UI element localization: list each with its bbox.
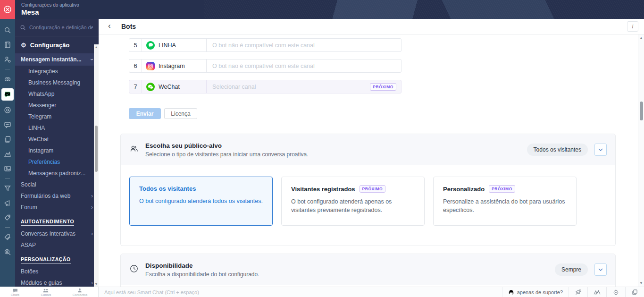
filter-icon[interactable] (0, 181, 15, 195)
clock-icon (129, 264, 140, 275)
licenca-button[interactable]: Licença (164, 108, 197, 119)
audience-title: Escolha seu público-alvo (145, 142, 309, 149)
channel-name: LINHA (159, 42, 176, 49)
audience-dropdown-button[interactable] (594, 144, 607, 156)
audience-section: Escolha seu público-alvo Selecione o tip… (120, 134, 616, 246)
sidebar-item-telegram[interactable]: Telegram (15, 111, 99, 122)
copy-button[interactable] (625, 287, 644, 297)
info-button[interactable]: i (627, 21, 638, 32)
sidebar-search-input[interactable] (29, 25, 93, 30)
sidebar-item-messenger[interactable]: Messenger (15, 100, 99, 111)
topbar-pattern (204, 0, 644, 19)
notebook-icon[interactable] (0, 37, 15, 52)
scrollbar-thumb[interactable] (640, 102, 643, 120)
sidebar-group-mensagem-instantanea[interactable]: Mensagem instantân... › (15, 53, 99, 66)
sidebar-item-linha[interactable]: LINHA (15, 122, 99, 134)
users-icon (129, 144, 140, 155)
wechat-icon (146, 83, 155, 91)
sidebar-item-formularios-da-web[interactable]: Formulários da web› (15, 190, 99, 202)
card-visitantes-registrados[interactable]: Visitantes registradosPRÓXIMO O bot conf… (281, 177, 425, 226)
search-icon[interactable] (0, 23, 15, 37)
sidebar-item-configuracao[interactable]: ⚙ Configuração (15, 36, 99, 53)
gear-icon: ⚙ (21, 42, 26, 49)
zoho-logo-icon[interactable] (0, 0, 15, 19)
page-title: Bots (121, 23, 136, 30)
availability-section-header: Disponibilidade Escolha a disponibilidad… (121, 254, 615, 285)
status-bar: Chats Canais Contactos Aqui está seu Sma… (0, 287, 644, 297)
sidebar-scrollbar[interactable]: ▲ ▼ (94, 44, 99, 287)
sidebar-item-business-messaging[interactable]: Business Messaging (15, 77, 99, 88)
sidebar-item-botoes[interactable]: Botões (15, 266, 99, 277)
top-bar: Configurações do aplicativo Mesa (15, 0, 644, 19)
chevron-right-icon: › (91, 204, 93, 211)
links-icon[interactable] (0, 72, 15, 86)
tags-icon[interactable] (0, 230, 15, 245)
sidebar-item-mensagens-padronizadas[interactable]: Mensagens padroniz... (15, 168, 99, 179)
smart-chat-input[interactable]: Aqui está seu Smart Chat (Ctrl + espaço) (99, 289, 502, 295)
page-header: ‹ Bots i (99, 19, 644, 34)
sidebar-item-preferencias[interactable]: Preferências (15, 156, 99, 168)
milestone-icon[interactable] (0, 146, 15, 161)
line-icon (146, 41, 155, 50)
sidebar-item-social[interactable]: Social (15, 179, 99, 190)
scrollbar-thumb[interactable] (95, 126, 98, 172)
row-number: 7 (129, 80, 142, 93)
search-user-icon[interactable] (0, 245, 15, 259)
scroll-down-icon[interactable]: ▼ (94, 282, 99, 286)
main-scrollbar[interactable]: ▲ ▼ (638, 34, 644, 287)
target-button[interactable] (606, 287, 625, 297)
scroll-up-icon[interactable]: ▲ (638, 36, 644, 40)
sidebar-item-wechat[interactable]: WeChat (15, 134, 99, 145)
availability-dropdown-button[interactable] (594, 263, 607, 276)
row-number: 5 (129, 39, 142, 51)
target-icon (613, 289, 619, 295)
proximo-badge: PRÓXIMO (370, 83, 396, 91)
sidebar-search[interactable] (15, 19, 99, 36)
tag-icon[interactable] (0, 210, 15, 225)
audience-section-header: Escolha seu público-alvo Selecione o tip… (121, 134, 615, 165)
channel-row-instagram: 6 Instagram O bot não é compatível com e… (129, 59, 401, 73)
at-mention-icon[interactable] (0, 102, 15, 117)
scroll-down-icon[interactable]: ▼ (638, 281, 644, 285)
sidebar-item-integracoes[interactable]: Integrações (15, 66, 99, 77)
card-personalizado[interactable]: PersonalizadoPRÓXIMO Personalize a assis… (433, 177, 577, 226)
app-rail (0, 0, 15, 287)
chevron-down-icon (598, 268, 603, 272)
sidebar-item-instagram[interactable]: Instagram (15, 145, 99, 156)
documents-icon[interactable] (0, 132, 15, 146)
zia-button[interactable] (587, 287, 606, 297)
proximo-badge: PRÓXIMO (489, 185, 515, 193)
scroll-up-icon[interactable]: ▲ (94, 45, 99, 49)
chevron-right-icon: › (91, 280, 93, 286)
channel-note[interactable]: O bot não é compatível com este canal (207, 59, 401, 72)
layers-icon (632, 289, 638, 295)
tab-contactos[interactable]: Contactos (73, 288, 88, 297)
zia-mountains-icon (594, 289, 601, 295)
sidebar-item-modulos-e-guias[interactable]: Módulos e guias› (15, 277, 99, 287)
audience-selected-pill[interactable]: Todos os visitantes (527, 144, 588, 156)
campaign-icon[interactable] (0, 195, 15, 210)
announcement-muted-button[interactable] (569, 287, 587, 297)
channel-select[interactable]: Selecionar canal PRÓXIMO (207, 80, 401, 93)
smart-chat-bar: Aqui está seu Smart Chat (Ctrl + espaço)… (99, 287, 644, 297)
enviar-button[interactable]: Enviar (129, 108, 161, 119)
image-card-icon[interactable] (0, 161, 15, 176)
tab-canais[interactable]: Canais (41, 288, 51, 297)
chat-icon[interactable] (0, 117, 15, 132)
sidebar-item-whatsapp[interactable]: WhatsApp (15, 88, 99, 100)
tab-chats[interactable]: Chats (11, 288, 19, 297)
sidebar-item-forum[interactable]: Forum› (15, 202, 99, 213)
salesiq-active-icon[interactable] (1, 88, 14, 101)
proximo-badge: PRÓXIMO (360, 185, 386, 193)
support-chat-button[interactable]: apenas de suporte? (502, 287, 569, 297)
back-button[interactable]: ‹ (108, 21, 111, 31)
channel-note[interactable]: O bot não é compatível com este canal (207, 39, 401, 51)
card-todos-os-visitantes[interactable]: Todos os visitantes O bot configurado at… (129, 177, 273, 226)
sidebar-item-conversas-interativas[interactable]: Conversas Interativas› (15, 228, 99, 239)
instagram-icon (146, 62, 155, 70)
sidebar-item-asap[interactable]: ASAP (15, 239, 99, 251)
sidebar-section-autoatendimento: AUTOATENDIMENTO (15, 216, 99, 228)
availability-selected-pill[interactable]: Sempre (555, 263, 588, 276)
admin-user-icon[interactable] (0, 52, 15, 67)
audience-cards: Todos os visitantes O bot configurado at… (121, 165, 615, 226)
